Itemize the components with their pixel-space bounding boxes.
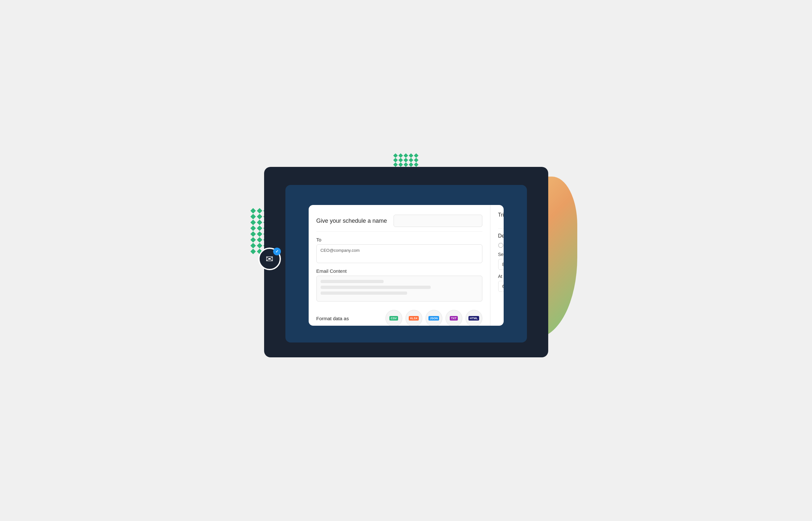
deliver-title: Deliver this schedule <box>498 233 504 239</box>
to-section: To CEO@company.com <box>316 237 482 263</box>
to-label: To <box>316 237 482 243</box>
deliver-section: Deliver this schedule Daily Weekly <box>498 233 504 292</box>
email-content-display <box>316 276 482 301</box>
schedule-name-label: Give your schedule a name <box>316 218 387 224</box>
at-label: At <box>498 274 504 279</box>
html-badge: HTML <box>469 316 479 320</box>
txt-badge: TXT <box>450 316 458 320</box>
xlsx-badge: XLSX <box>409 316 419 320</box>
format-icons-group: CSV XLSX JSON TXT <box>385 310 482 326</box>
format-icon-csv[interactable]: CSV <box>385 310 402 326</box>
email-content-label: Email Content <box>316 268 482 274</box>
send-select[interactable]: Every month Every 2 months Every 3 month… <box>498 259 504 270</box>
left-panel: Give your schedule a name To CEO@company… <box>309 205 491 326</box>
right-panel: Trigger Repeating interval <box>491 205 504 326</box>
send-group: Send Every month Every 2 months Every 3 … <box>498 252 504 270</box>
json-badge: JSON <box>428 316 439 320</box>
email-content-section: Email Content <box>316 268 482 301</box>
email-icon: ✉ <box>266 254 273 264</box>
content-layout: Give your schedule a name To CEO@company… <box>309 205 504 326</box>
trigger-label: Trigger <box>498 211 504 218</box>
radio-daily-icon <box>498 243 503 248</box>
format-label: Format data as <box>316 316 381 321</box>
main-outer-card: Give your schedule a name To CEO@company… <box>264 167 548 357</box>
format-icon-html[interactable]: HTML <box>466 310 482 326</box>
schedule-name-input[interactable] <box>393 215 482 227</box>
at-section: At 123 456 789 101112 <box>498 274 504 292</box>
send-label: Send <box>498 252 504 257</box>
freq-daily[interactable]: Daily <box>498 243 504 248</box>
placeholder-line-2 <box>321 286 431 289</box>
frequency-options: Daily Weekly Monthly <box>498 243 504 248</box>
placeholder-line-1 <box>321 280 384 283</box>
hour-select[interactable]: 123 456 789 101112 <box>498 281 504 292</box>
page-wrapper: ✓ ✉ Give your schedule a name <box>245 151 568 370</box>
trigger-section: Trigger Repeating interval <box>498 211 504 229</box>
main-content-area: Give your schedule a name To CEO@company… <box>309 205 504 326</box>
decoration-dots-top <box>394 154 419 166</box>
format-section: Format data as CSV XLSX JSON <box>316 307 482 326</box>
format-icon-xlsx[interactable]: XLSX <box>406 310 422 326</box>
placeholder-line-3 <box>321 292 407 295</box>
trigger-row: Trigger Repeating interval <box>498 211 504 224</box>
card-stack-bg: Give your schedule a name To CEO@company… <box>286 185 527 342</box>
format-icon-json[interactable]: JSON <box>426 310 442 326</box>
schedule-name-section: Give your schedule a name <box>316 211 482 232</box>
check-icon: ✓ <box>273 248 281 255</box>
hour-select-wrapper: 123 456 789 101112 ▼ <box>498 281 504 292</box>
to-field[interactable]: CEO@company.com <box>316 244 482 263</box>
email-badge: ✓ ✉ <box>258 248 281 270</box>
csv-badge: CSV <box>389 316 398 320</box>
send-row: Send Every month Every 2 months Every 3 … <box>498 252 504 270</box>
at-row: 123 456 789 101112 ▼ : <box>498 281 504 292</box>
format-icon-txt[interactable]: TXT <box>446 310 463 326</box>
send-select-wrapper: Every month Every 2 months Every 3 month… <box>498 259 504 270</box>
